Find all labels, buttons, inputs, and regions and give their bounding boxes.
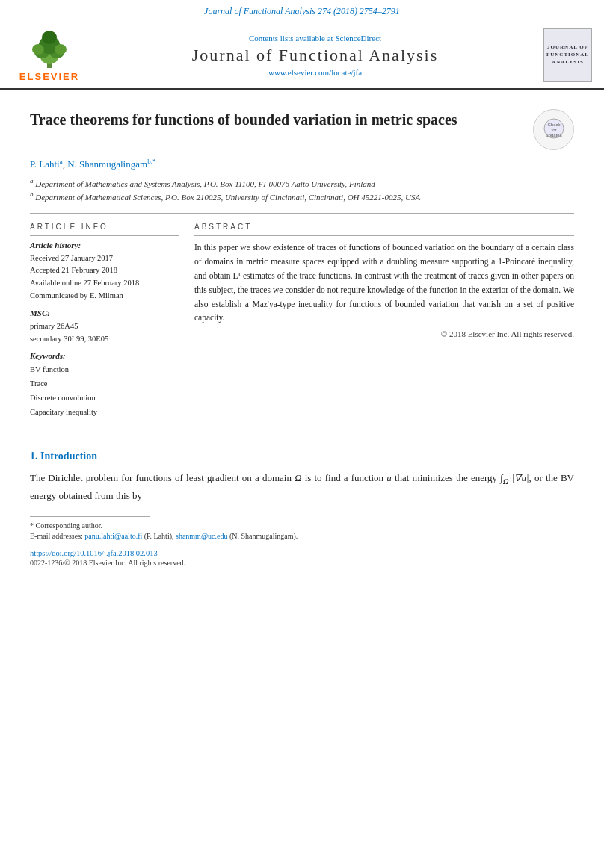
abstract-copyright: © 2018 Elsevier Inc. All rights reserved… xyxy=(194,329,574,338)
integral-expression: ∫Ω |∇u| xyxy=(500,472,528,483)
article-title: Trace theorems for functions of bounded … xyxy=(30,109,521,130)
article-history-block: Article history: Received 27 January 201… xyxy=(30,241,179,303)
svg-text:for: for xyxy=(551,128,556,132)
keywords-block: Keywords: BV function Trace Discrete con… xyxy=(30,351,179,420)
journal-center-info: Contents lists available at ScienceDirec… xyxy=(96,28,534,82)
info-divider xyxy=(30,235,179,236)
keyword-3: Discrete convolution xyxy=(30,391,179,406)
author2-name[interactable]: N. Shanmugalingam xyxy=(67,158,147,170)
body-divider xyxy=(30,435,574,435)
keyword-2: Trace xyxy=(30,377,179,391)
msc-secondary: secondary 30L99, 30E05 xyxy=(30,333,179,346)
footnote-divider xyxy=(30,516,150,517)
email-addresses: E-mail addresses: panu.lahti@aalto.fi (P… xyxy=(30,532,574,540)
page-content: Trace theorems for functions of bounded … xyxy=(0,90,604,582)
abstract-column: ABSTRACT In this paper we show existence… xyxy=(194,223,574,426)
badge-icon: Check for updates xyxy=(543,118,564,141)
journal-url[interactable]: www.elsevier.com/locate/jfa xyxy=(268,68,362,77)
email-label: E-mail addresses: xyxy=(30,532,84,540)
keywords-list: BV function Trace Discrete convolution C… xyxy=(30,363,179,420)
history-label: Article history: xyxy=(30,241,179,249)
intro-paragraph: The Dirichlet problem for functions of l… xyxy=(30,470,574,504)
section-divider xyxy=(30,213,574,214)
journal-top-citation: Journal of Functional Analysis 274 (2018… xyxy=(0,0,604,22)
author2-sup: b,* xyxy=(147,158,155,165)
section-number: 1. xyxy=(30,450,38,462)
svg-text:updates: updates xyxy=(546,133,561,137)
authors-line: P. Lahtia, N. Shanmugalingamb,* xyxy=(30,158,574,170)
keyword-4: Capacitary inequality xyxy=(30,406,179,420)
svg-text:Check: Check xyxy=(547,123,561,127)
footnotes-section: * Corresponding author. E-mail addresses… xyxy=(30,516,574,540)
abstract-text: In this paper we show existence of trace… xyxy=(194,241,574,326)
info-abstract-columns: ARTICLE INFO Article history: Received 2… xyxy=(30,223,574,426)
available-date: Available online 27 February 2018 xyxy=(30,277,179,290)
accepted-date: Accepted 21 February 2018 xyxy=(30,264,179,277)
article-info-column: ARTICLE INFO Article history: Received 2… xyxy=(30,223,179,426)
section-title-text: Introduction xyxy=(40,450,97,462)
journal-cover-thumb: JOURNAL OFFUNCTIONALANALYSIS xyxy=(543,28,592,82)
affil-b-sup: b xyxy=(30,190,34,198)
msc-primary: primary 26A45 xyxy=(30,320,179,333)
email2-link[interactable]: shanmm@uc.edu xyxy=(176,532,227,540)
journal-banner: ELSEVIER Contents lists available at Sci… xyxy=(0,22,604,90)
u-symbol: u xyxy=(386,472,392,483)
svg-point-7 xyxy=(42,31,57,44)
article-title-section: Trace theorems for functions of bounded … xyxy=(30,109,574,150)
abstract-divider xyxy=(194,235,574,236)
footer-copyright: 0022-1236/© 2018 Elsevier Inc. All right… xyxy=(30,559,574,567)
email1-person: (P. Lahti), xyxy=(144,532,174,540)
author1-sup: a xyxy=(60,158,63,165)
check-updates-badge[interactable]: Check for updates xyxy=(533,109,574,150)
msc-block: MSC: primary 26A45 secondary 30L99, 30E0… xyxy=(30,309,179,346)
elsevier-logo: ELSEVIER xyxy=(12,28,87,82)
journal-title-banner: Journal of Functional Analysis xyxy=(192,46,438,65)
abstract-heading: ABSTRACT xyxy=(194,223,574,231)
elsevier-brand-text: ELSEVIER xyxy=(19,71,79,82)
communicated-by: Communicated by E. Milman xyxy=(30,290,179,303)
corresponding-author-note: * Corresponding author. xyxy=(30,521,574,530)
article-info-heading: ARTICLE INFO xyxy=(30,223,179,231)
doi-link[interactable]: https://doi.org/10.1016/j.jfa.2018.02.01… xyxy=(30,549,574,557)
keyword-1: BV function xyxy=(30,363,179,377)
keywords-label: Keywords: xyxy=(30,351,179,360)
affil-a-sup: a xyxy=(30,177,34,185)
msc-label: MSC: xyxy=(30,309,179,317)
intro-section-title: 1. Introduction xyxy=(30,450,574,462)
doi-section: https://doi.org/10.1016/j.jfa.2018.02.01… xyxy=(30,549,574,567)
introduction-section: 1. Introduction The Dirichlet problem fo… xyxy=(30,450,574,504)
sciencedirect-label: Contents lists available at ScienceDirec… xyxy=(249,34,381,43)
affiliations: a Department of Mathematics and Systems … xyxy=(30,176,574,203)
elsevier-tree-icon xyxy=(23,28,76,69)
received-date: Received 27 January 2017 xyxy=(30,252,179,265)
svg-point-5 xyxy=(32,44,44,55)
omega-symbol: Ω xyxy=(295,472,301,483)
email2-person: (N. Shanmugalingam). xyxy=(229,532,298,540)
svg-point-6 xyxy=(55,44,67,55)
email1-link[interactable]: panu.lahti@aalto.fi xyxy=(84,532,142,540)
author1-name[interactable]: P. Lahti xyxy=(30,158,60,170)
